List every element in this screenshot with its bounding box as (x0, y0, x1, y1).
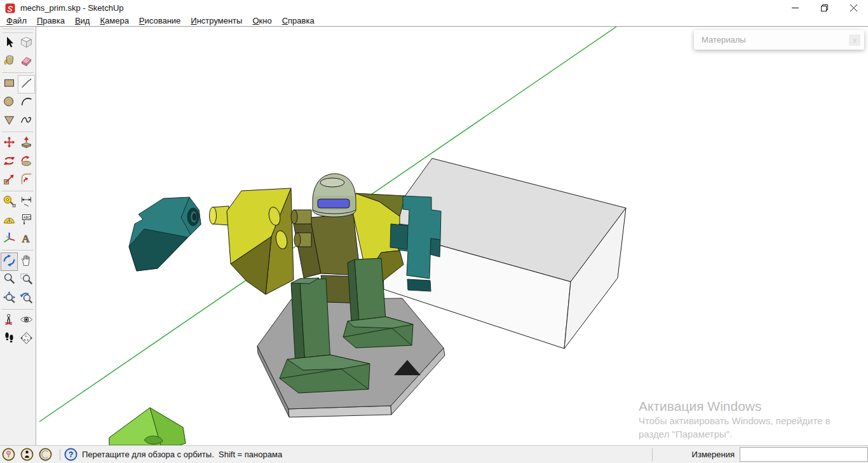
text-icon: ABC (20, 213, 33, 229)
follow-me-tool-button[interactable] (18, 153, 35, 171)
section-plane-icon: CR-S (20, 331, 33, 347)
tool-group-2 (0, 134, 36, 190)
watermark-title: Активация Windows (639, 399, 831, 414)
offset-tool-button[interactable] (18, 171, 35, 190)
svg-text:?: ? (69, 450, 74, 459)
protractor-tool-button[interactable] (1, 212, 18, 230)
scale-icon (3, 172, 16, 188)
measurements-input[interactable] (740, 447, 868, 462)
rotate-icon (3, 154, 16, 170)
polygon-tool-button[interactable] (1, 112, 18, 130)
select-icon (3, 36, 16, 52)
status-hint: Перетащите для обзора с орбиты. Shift = … (82, 450, 282, 459)
walk-tool-button[interactable] (1, 330, 18, 349)
teal-arm-model[interactable] (129, 197, 201, 271)
windows-activation-watermark: Активация Windows Чтобы активировать Win… (639, 399, 831, 441)
polygon-icon (3, 113, 16, 129)
freehand-icon (20, 113, 33, 129)
svg-text:C: C (25, 335, 27, 338)
move-icon (3, 135, 16, 151)
menu-item-help[interactable]: Справка (277, 16, 320, 27)
materials-tray[interactable]: Материалы x (694, 30, 864, 50)
offset-icon (20, 172, 33, 188)
dimension-icon (20, 195, 33, 211)
freehand-tool-button[interactable] (18, 112, 35, 130)
zoom-window-icon (20, 272, 33, 288)
3d-text-tool-button[interactable]: A (18, 230, 35, 249)
tool-group-1 (0, 75, 36, 130)
position-camera-tool-button[interactable] (1, 312, 18, 330)
rotate-tool-button[interactable] (1, 153, 18, 171)
tape-measure-tool-button[interactable] (1, 193, 18, 212)
walk-icon (3, 331, 16, 347)
window-title: mechs_prim.skp - SketchUp (20, 3, 124, 13)
toolbar-grip[interactable] (3, 29, 33, 33)
zoom-extents-tool-button[interactable] (1, 289, 18, 308)
scale-tool-button[interactable] (1, 171, 18, 190)
look-around-icon (20, 313, 33, 329)
restore-button[interactable] (810, 0, 839, 16)
toolbar-separator (2, 250, 34, 251)
circle-tool-button[interactable] (1, 93, 18, 112)
orbit-tool-button[interactable] (1, 252, 18, 271)
axes-tool-button[interactable] (1, 230, 18, 249)
close-button[interactable] (839, 0, 868, 16)
materials-tray-title: Материалы (694, 35, 849, 45)
rectangle-tool-button[interactable] (1, 75, 18, 93)
minimize-button[interactable] (780, 0, 810, 16)
circle-icon (3, 95, 16, 111)
menu-item-file[interactable]: Файл (1, 16, 32, 27)
zoom-previous-tool-button[interactable] (18, 289, 35, 308)
move-tool-button[interactable] (1, 134, 18, 153)
status-divider (60, 449, 60, 460)
mech-head (313, 174, 356, 217)
status-bar: ? Перетащите для обзора с орбиты. Shift … (0, 445, 868, 463)
zoom-tool-button[interactable] (1, 271, 18, 289)
dimension-tool-button[interactable] (18, 193, 35, 212)
tool-group-5: CR-S (0, 312, 36, 349)
mech-left-shoulder (227, 188, 294, 294)
eraser-tool-button[interactable] (18, 53, 35, 71)
text-tool-button[interactable]: ABC (18, 212, 35, 230)
tool-group-4 (0, 252, 36, 308)
push-pull-tool-button[interactable] (18, 134, 35, 153)
look-around-tool-button[interactable] (18, 312, 35, 330)
svg-text:ABC: ABC (24, 216, 31, 219)
pan-icon (20, 254, 33, 270)
toolbar-separator (2, 309, 34, 310)
measurements-divider (652, 448, 653, 461)
axes-icon (3, 232, 16, 247)
drawing-canvas[interactable] (36, 27, 868, 445)
measurements-label: Измерения (692, 450, 735, 459)
title-bar: mechs_prim.skp - SketchUp (0, 0, 868, 16)
zoom-previous-icon (20, 291, 33, 307)
copyright-credit-status-icon[interactable] (39, 448, 52, 461)
menu-item-edit[interactable]: Правка (32, 16, 70, 27)
arc-tool-button[interactable] (18, 93, 35, 112)
geolocation-status-icon[interactable] (2, 448, 15, 461)
rectangle-icon (3, 76, 16, 92)
paint-bucket-tool-button[interactable] (1, 53, 18, 71)
green-pyramid-model[interactable] (109, 408, 186, 445)
person-credit-status-icon[interactable] (20, 448, 34, 461)
pan-tool-button[interactable] (18, 252, 35, 271)
menu-item-window[interactable]: Окно (247, 16, 276, 27)
section-plane-tool-button[interactable]: CR-S (18, 330, 35, 349)
menu-item-camera[interactable]: Камера (95, 16, 133, 27)
arc-icon (20, 95, 33, 111)
line-tool-button[interactable] (18, 75, 35, 93)
paint-bucket-icon (3, 54, 16, 70)
help-question-icon[interactable]: ? (64, 448, 82, 461)
make-component-tool-button[interactable] (18, 34, 35, 53)
select-tool-button[interactable] (1, 34, 18, 53)
menu-item-tools[interactable]: Инструменты (186, 16, 247, 27)
toolbar-separator (2, 73, 34, 74)
menu-item-view[interactable]: Вид (70, 16, 95, 27)
zoom-window-tool-button[interactable] (18, 271, 35, 289)
menu-item-draw[interactable]: Рисование (134, 16, 186, 27)
follow-me-icon (20, 154, 33, 170)
toolbar-separator (2, 132, 34, 133)
materials-close-icon[interactable]: x (849, 34, 860, 46)
push-pull-icon (20, 135, 33, 151)
svg-text:R-S: R-S (24, 338, 29, 342)
